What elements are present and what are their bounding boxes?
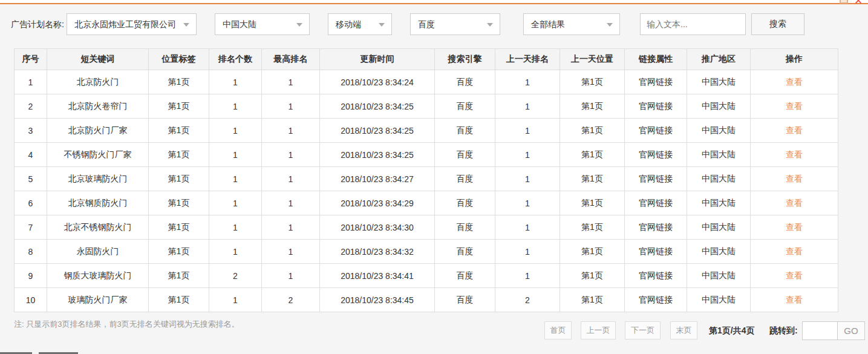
table-cell: 1: [209, 70, 262, 94]
engine-select[interactable]: 百度: [410, 13, 500, 35]
table-cell: 北京玻璃防火门: [47, 167, 149, 191]
table-cell: 不锈钢防火门厂家: [47, 143, 149, 167]
table-cell: 第1页: [149, 94, 209, 119]
accent-top-line: [0, 3, 868, 4]
table-cell: 北京钢质防火门: [47, 191, 149, 215]
view-link[interactable]: 查看: [786, 198, 803, 208]
table-cell: 中国大陆: [687, 94, 751, 119]
table-cell: 百度: [435, 288, 495, 312]
table-cell: 第1页: [560, 94, 625, 119]
go-button[interactable]: GO: [837, 322, 864, 339]
search-button[interactable]: 搜索: [751, 13, 804, 35]
footnote: 注: 只显示前3页排名结果，前3页无排名关键词视为无搜索排名。: [14, 319, 240, 330]
column-header: 上一天排名: [495, 49, 560, 70]
table-cell: 第1页: [149, 143, 209, 167]
table-cell: 1: [495, 143, 560, 167]
table-cell: 北京防火卷帘门: [47, 94, 149, 119]
table-cell: 1: [262, 167, 320, 191]
table-cell: 2: [495, 288, 560, 312]
column-header: 链接属性: [625, 49, 687, 70]
table-cell: 中国大陆: [687, 143, 751, 167]
table-cell: 百度: [435, 143, 495, 167]
last-page-button[interactable]: 末页: [670, 321, 697, 339]
table-cell: 1: [495, 240, 560, 264]
table-cell: 官网链接: [625, 240, 687, 264]
table-cell: 中国大陆: [687, 119, 751, 143]
first-page-button[interactable]: 首页: [544, 321, 572, 339]
column-header: 更新时间: [320, 49, 435, 70]
prev-page-button[interactable]: 上一页: [581, 321, 616, 339]
engine-select-value: 百度: [418, 19, 435, 29]
table-cell: 北京不锈钢防火门: [47, 215, 149, 240]
view-link[interactable]: 查看: [786, 101, 803, 111]
view-link[interactable]: 查看: [786, 246, 803, 256]
view-link[interactable]: 查看: [786, 295, 803, 304]
close-icon[interactable]: ✕: [854, 0, 867, 5]
table-cell: 2018/10/23 8:34:30: [320, 215, 435, 240]
table-cell: 2: [15, 94, 47, 119]
column-header: 最高排名: [262, 49, 320, 70]
chevron-down-icon: [487, 23, 493, 27]
table-cell: 1: [495, 94, 560, 119]
table-cell: 官网链接: [625, 94, 687, 119]
table-cell: 官网链接: [625, 264, 687, 288]
region-select-value: 中国大陆: [223, 19, 256, 29]
table-cell: 1: [495, 264, 560, 288]
table-cell: 1: [262, 191, 320, 215]
table-cell: 2018/10/23 8:34:24: [320, 70, 435, 94]
keyword-search-input[interactable]: [640, 13, 746, 35]
table-cell: 官网链接: [625, 143, 687, 167]
action-cell: 查看: [751, 191, 838, 215]
table-cell: 1: [209, 288, 262, 312]
view-link[interactable]: 查看: [786, 174, 803, 183]
next-page-button[interactable]: 下一页: [625, 321, 661, 339]
table-cell: 中国大陆: [687, 240, 751, 264]
table-row: 7北京不锈钢防火门第1页112018/10/23 8:34:30百度1第1页官网…: [15, 215, 838, 240]
table-cell: 1: [209, 240, 262, 264]
device-select[interactable]: 移动端: [328, 13, 392, 35]
table-cell: 1: [209, 215, 262, 240]
chevron-down-icon: [379, 23, 385, 27]
table-cell: 官网链接: [625, 70, 687, 94]
table-cell: 百度: [435, 215, 495, 240]
table-cell: 2018/10/23 8:34:29: [320, 191, 435, 215]
view-link[interactable]: 查看: [786, 222, 803, 232]
jump-page-input[interactable]: [803, 322, 837, 339]
table-cell: 第1页: [560, 264, 625, 288]
column-header: 位置标签: [149, 49, 209, 70]
table-cell: 2018/10/23 8:34:45: [320, 288, 435, 312]
table-cell: 百度: [435, 94, 495, 119]
view-link[interactable]: 查看: [786, 77, 803, 87]
table-cell: 官网链接: [625, 167, 687, 191]
table-cell: 1: [209, 191, 262, 215]
table-cell: 1: [495, 119, 560, 143]
table-cell: 北京防火门厂家: [47, 119, 149, 143]
view-link[interactable]: 查看: [786, 270, 803, 280]
table-cell: 第1页: [560, 119, 625, 143]
action-cell: 查看: [751, 143, 838, 167]
table-cell: 北京防火门: [47, 70, 149, 94]
column-header: 排名个数: [209, 49, 262, 70]
table-row: 1北京防火门第1页112018/10/23 8:34:24百度1第1页官网链接中…: [15, 70, 838, 94]
table-cell: 第1页: [149, 167, 209, 191]
result-filter-select[interactable]: 全部结果: [523, 13, 620, 35]
view-link[interactable]: 查看: [786, 149, 803, 159]
column-header: 序号: [15, 49, 47, 70]
table-cell: 官网链接: [625, 191, 687, 215]
table-cell: 百度: [435, 240, 495, 264]
region-select[interactable]: 中国大陆: [215, 13, 310, 35]
table-cell: 百度: [435, 264, 495, 288]
maximize-icon[interactable]: [840, 0, 848, 4]
action-cell: 查看: [751, 94, 838, 119]
column-header: 操作: [751, 49, 838, 70]
view-link[interactable]: 查看: [786, 125, 803, 135]
table-cell: 1: [262, 215, 320, 240]
table-cell: 第1页: [149, 288, 209, 312]
jump-to-label: 跳转到:: [769, 321, 798, 339]
column-header: 搜索引擎: [435, 49, 495, 70]
table-cell: 百度: [435, 70, 495, 94]
action-cell: 查看: [751, 240, 838, 264]
plan-select[interactable]: 北京永固炜业工贸有限公司: [67, 13, 197, 35]
table-cell: 中国大陆: [687, 264, 751, 288]
plan-select-value: 北京永固炜业工贸有限公司: [74, 19, 176, 29]
